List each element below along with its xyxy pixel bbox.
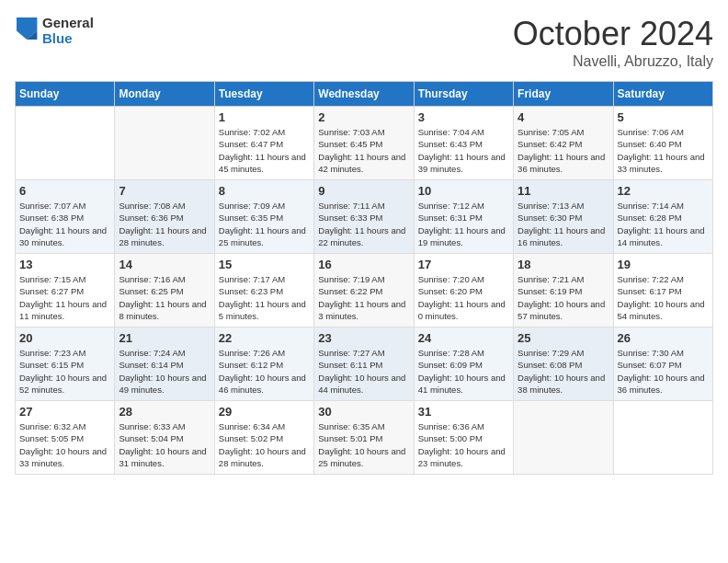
logo-icon (17, 17, 39, 40)
day-info: Sunrise: 7:20 AM Sunset: 6:20 PM Dayligh… (418, 273, 509, 322)
day-info: Sunrise: 7:23 AM Sunset: 6:15 PM Dayligh… (19, 347, 110, 396)
calendar-cell: 29Sunrise: 6:34 AM Sunset: 5:02 PM Dayli… (214, 401, 313, 475)
day-info: Sunrise: 6:33 AM Sunset: 5:04 PM Dayligh… (119, 420, 210, 469)
day-info: Sunrise: 7:13 AM Sunset: 6:30 PM Dayligh… (518, 200, 609, 248)
calendar-row: 1Sunrise: 7:02 AM Sunset: 6:47 PM Daylig… (16, 107, 713, 180)
day-number: 23 (318, 331, 409, 345)
day-number: 5 (618, 110, 709, 124)
calendar-cell: 22Sunrise: 7:26 AM Sunset: 6:12 PM Dayli… (214, 327, 313, 401)
calendar-cell: 18Sunrise: 7:21 AM Sunset: 6:19 PM Dayli… (514, 254, 613, 327)
weekday-header-friday: Friday (514, 82, 613, 107)
day-info: Sunrise: 7:27 AM Sunset: 6:11 PM Dayligh… (318, 347, 409, 396)
day-info: Sunrise: 7:22 AM Sunset: 6:17 PM Dayligh… (618, 273, 709, 322)
day-number: 29 (219, 405, 310, 419)
calendar-row: 27Sunrise: 6:32 AM Sunset: 5:05 PM Dayli… (16, 401, 713, 475)
day-number: 13 (19, 258, 110, 271)
day-info: Sunrise: 7:29 AM Sunset: 6:08 PM Dayligh… (518, 347, 609, 396)
weekday-header-sunday: Sunday (16, 82, 115, 107)
day-number: 16 (318, 258, 409, 271)
calendar-cell: 27Sunrise: 6:32 AM Sunset: 5:05 PM Dayli… (16, 401, 115, 475)
day-number: 8 (219, 184, 310, 198)
page-header: General Blue October 2024 Navelli, Abruz… (15, 15, 713, 70)
calendar-cell: 21Sunrise: 7:24 AM Sunset: 6:14 PM Dayli… (115, 327, 214, 401)
weekday-header-row: SundayMondayTuesdayWednesdayThursdayFrid… (16, 82, 713, 107)
day-number: 21 (119, 331, 210, 345)
calendar-cell: 6Sunrise: 7:07 AM Sunset: 6:38 PM Daylig… (16, 180, 115, 254)
calendar-cell: 5Sunrise: 7:06 AM Sunset: 6:40 PM Daylig… (613, 107, 712, 180)
calendar-cell: 25Sunrise: 7:29 AM Sunset: 6:08 PM Dayli… (514, 327, 613, 401)
logo: General Blue (15, 15, 94, 46)
day-number: 17 (418, 258, 509, 271)
day-number: 25 (518, 331, 609, 345)
calendar-cell: 20Sunrise: 7:23 AM Sunset: 6:15 PM Dayli… (16, 327, 115, 401)
day-info: Sunrise: 6:34 AM Sunset: 5:02 PM Dayligh… (219, 420, 310, 469)
weekday-header-thursday: Thursday (414, 82, 513, 107)
day-number: 22 (219, 331, 310, 345)
day-number: 9 (318, 184, 409, 198)
day-info: Sunrise: 7:16 AM Sunset: 6:25 PM Dayligh… (119, 273, 210, 322)
calendar-table: SundayMondayTuesdayWednesdayThursdayFrid… (15, 81, 713, 475)
day-number: 27 (19, 405, 110, 419)
day-info: Sunrise: 7:08 AM Sunset: 6:36 PM Dayligh… (119, 200, 210, 248)
weekday-header-monday: Monday (115, 82, 214, 107)
calendar-cell (514, 401, 613, 475)
day-info: Sunrise: 7:02 AM Sunset: 6:47 PM Dayligh… (219, 126, 310, 175)
day-info: Sunrise: 7:04 AM Sunset: 6:43 PM Dayligh… (418, 126, 509, 175)
weekday-header-saturday: Saturday (613, 82, 712, 107)
calendar-cell: 26Sunrise: 7:30 AM Sunset: 6:07 PM Dayli… (613, 327, 712, 401)
calendar-cell: 3Sunrise: 7:04 AM Sunset: 6:43 PM Daylig… (414, 107, 513, 180)
day-info: Sunrise: 7:30 AM Sunset: 6:07 PM Dayligh… (618, 347, 709, 396)
day-info: Sunrise: 7:03 AM Sunset: 6:45 PM Dayligh… (318, 126, 409, 175)
day-info: Sunrise: 7:06 AM Sunset: 6:40 PM Dayligh… (618, 126, 709, 175)
day-info: Sunrise: 7:26 AM Sunset: 6:12 PM Dayligh… (219, 347, 310, 396)
day-info: Sunrise: 7:09 AM Sunset: 6:35 PM Dayligh… (219, 200, 310, 248)
day-info: Sunrise: 6:36 AM Sunset: 5:00 PM Dayligh… (418, 420, 509, 469)
day-info: Sunrise: 7:14 AM Sunset: 6:28 PM Dayligh… (618, 200, 709, 248)
day-info: Sunrise: 7:11 AM Sunset: 6:33 PM Dayligh… (318, 200, 409, 248)
day-info: Sunrise: 7:15 AM Sunset: 6:27 PM Dayligh… (19, 273, 110, 322)
weekday-header-tuesday: Tuesday (214, 82, 313, 107)
calendar-cell: 14Sunrise: 7:16 AM Sunset: 6:25 PM Dayli… (115, 254, 214, 327)
calendar-cell (16, 107, 115, 180)
calendar-cell: 7Sunrise: 7:08 AM Sunset: 6:36 PM Daylig… (115, 180, 214, 254)
day-number: 3 (418, 110, 509, 124)
calendar-cell: 9Sunrise: 7:11 AM Sunset: 6:33 PM Daylig… (314, 180, 414, 254)
calendar-cell: 30Sunrise: 6:35 AM Sunset: 5:01 PM Dayli… (314, 401, 414, 475)
day-number: 10 (418, 184, 509, 198)
day-number: 6 (19, 184, 110, 198)
day-number: 12 (618, 184, 709, 198)
logo-line2: Blue (42, 30, 94, 46)
day-info: Sunrise: 7:12 AM Sunset: 6:31 PM Dayligh… (418, 200, 509, 248)
weekday-header-wednesday: Wednesday (314, 82, 414, 107)
day-number: 15 (219, 258, 310, 271)
calendar-cell: 1Sunrise: 7:02 AM Sunset: 6:47 PM Daylig… (214, 107, 313, 180)
day-number: 1 (219, 110, 310, 124)
calendar-cell: 11Sunrise: 7:13 AM Sunset: 6:30 PM Dayli… (514, 180, 613, 254)
calendar-cell: 31Sunrise: 6:36 AM Sunset: 5:00 PM Dayli… (414, 401, 513, 475)
calendar-row: 13Sunrise: 7:15 AM Sunset: 6:27 PM Dayli… (16, 254, 713, 327)
day-info: Sunrise: 7:07 AM Sunset: 6:38 PM Dayligh… (19, 200, 110, 248)
calendar-cell: 12Sunrise: 7:14 AM Sunset: 6:28 PM Dayli… (613, 180, 712, 254)
day-number: 24 (418, 331, 509, 345)
day-number: 28 (119, 405, 210, 419)
day-number: 31 (418, 405, 509, 419)
day-number: 20 (19, 331, 110, 345)
calendar-cell: 19Sunrise: 7:22 AM Sunset: 6:17 PM Dayli… (613, 254, 712, 327)
calendar-cell (115, 107, 214, 180)
day-info: Sunrise: 7:21 AM Sunset: 6:19 PM Dayligh… (518, 273, 609, 322)
calendar-cell: 10Sunrise: 7:12 AM Sunset: 6:31 PM Dayli… (414, 180, 513, 254)
calendar-row: 6Sunrise: 7:07 AM Sunset: 6:38 PM Daylig… (16, 180, 713, 254)
logo-line1: General (42, 15, 94, 30)
calendar-cell: 24Sunrise: 7:28 AM Sunset: 6:09 PM Dayli… (414, 327, 513, 401)
day-number: 30 (318, 405, 409, 419)
day-info: Sunrise: 7:24 AM Sunset: 6:14 PM Dayligh… (119, 347, 210, 396)
calendar-cell: 15Sunrise: 7:17 AM Sunset: 6:23 PM Dayli… (214, 254, 313, 327)
calendar-cell: 28Sunrise: 6:33 AM Sunset: 5:04 PM Dayli… (115, 401, 214, 475)
day-info: Sunrise: 7:28 AM Sunset: 6:09 PM Dayligh… (418, 347, 509, 396)
calendar-cell: 2Sunrise: 7:03 AM Sunset: 6:45 PM Daylig… (314, 107, 414, 180)
calendar-cell: 4Sunrise: 7:05 AM Sunset: 6:42 PM Daylig… (514, 107, 613, 180)
title-block: October 2024 Navelli, Abruzzo, Italy (513, 15, 713, 70)
day-number: 11 (518, 184, 609, 198)
day-number: 4 (518, 110, 609, 124)
day-number: 26 (618, 331, 709, 345)
